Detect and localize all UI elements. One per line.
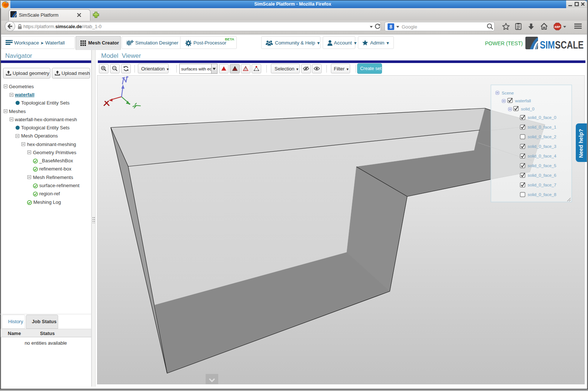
svg-text:8: 8 — [390, 24, 392, 30]
svg-text:solid_0_face_1: solid_0_face_1 — [528, 125, 556, 129]
svg-text:solid_0_face_4: solid_0_face_4 — [528, 154, 557, 158]
svg-text:solid_0_face_3: solid_0_face_3 — [528, 144, 556, 149]
svg-text:solid_0_face_8: solid_0_face_8 — [528, 192, 556, 197]
svg-text:SIM: SIM — [540, 39, 555, 50]
svg-text:Scene: Scene — [502, 91, 514, 95]
svg-text:solid_0_face_7: solid_0_face_7 — [528, 183, 556, 187]
svg-text:SCALE: SCALE — [555, 39, 584, 50]
svg-text:solid_0: solid_0 — [521, 107, 534, 111]
svg-text:solid_0_face_2: solid_0_face_2 — [528, 135, 556, 139]
svg-text:solid_0_face_5: solid_0_face_5 — [528, 163, 556, 168]
svg-text:waterfall: waterfall — [515, 99, 531, 103]
svg-text:solid_0_face_0: solid_0_face_0 — [528, 115, 556, 120]
svg-text:solid_0_face_6: solid_0_face_6 — [528, 173, 556, 178]
svg-text:ABP: ABP — [555, 25, 561, 29]
